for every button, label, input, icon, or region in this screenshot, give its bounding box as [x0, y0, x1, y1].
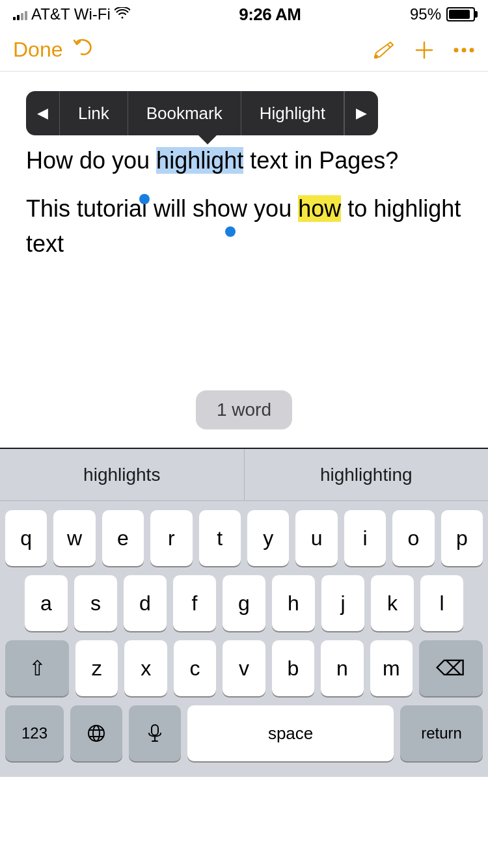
- selection-handle-bottom[interactable]: [225, 226, 236, 237]
- key-numbers[interactable]: 123: [5, 705, 64, 761]
- keyboard-row-2: a s d f g h j k l: [5, 575, 483, 631]
- key-shift[interactable]: ⇧: [5, 640, 69, 696]
- context-menu-right-arrow[interactable]: ▶: [344, 91, 378, 135]
- key-e[interactable]: e: [102, 510, 144, 566]
- key-delete[interactable]: ⌫: [419, 640, 483, 696]
- selection-handle-top[interactable]: [139, 194, 150, 204]
- key-r[interactable]: r: [150, 510, 192, 566]
- key-microphone[interactable]: [129, 705, 181, 761]
- carrier-label: AT&T Wi-Fi: [31, 5, 111, 23]
- svg-point-4: [454, 47, 459, 52]
- divider-line: [0, 448, 488, 449]
- wifi-icon: [115, 6, 130, 23]
- more-button[interactable]: [453, 47, 475, 53]
- keyboard-row-1: q w e r t y u i o p: [5, 510, 483, 566]
- doc-text-line2: This tutorial will show you how to highl…: [0, 191, 488, 262]
- key-f[interactable]: f: [173, 575, 216, 631]
- context-menu: ◀ Link Bookmark Highlight ▶: [26, 91, 378, 135]
- keyboard: q w e r t y u i o p a s d f g h j k l ⇧ …: [0, 501, 488, 777]
- doc-text-after: text in Pages?: [243, 147, 398, 174]
- svg-rect-11: [152, 725, 158, 735]
- key-n[interactable]: n: [321, 640, 363, 696]
- key-space[interactable]: space: [187, 705, 394, 761]
- key-a[interactable]: a: [25, 575, 68, 631]
- key-t[interactable]: t: [199, 510, 241, 566]
- key-u[interactable]: u: [295, 510, 337, 566]
- autocorrect-item-1[interactable]: highlights: [0, 449, 245, 500]
- key-z[interactable]: z: [75, 640, 118, 696]
- battery-icon: [446, 7, 475, 21]
- key-q[interactable]: q: [5, 510, 47, 566]
- autocorrect-bar: highlights highlighting: [0, 449, 488, 501]
- done-button[interactable]: Done: [13, 38, 63, 62]
- status-time: 9:26 AM: [239, 5, 301, 25]
- key-p[interactable]: p: [441, 510, 483, 566]
- document-area: ◀ Link Bookmark Highlight ▶ How do you h…: [0, 72, 488, 449]
- svg-point-8: [93, 726, 100, 741]
- key-v[interactable]: v: [223, 640, 265, 696]
- key-c[interactable]: c: [174, 640, 216, 696]
- key-return[interactable]: return: [400, 705, 483, 761]
- key-g[interactable]: g: [223, 575, 265, 631]
- context-menu-left-arrow[interactable]: ◀: [26, 91, 60, 135]
- key-globe[interactable]: [70, 705, 122, 761]
- svg-point-5: [462, 47, 467, 52]
- context-menu-link[interactable]: Link: [60, 91, 128, 135]
- key-d[interactable]: d: [124, 575, 167, 631]
- signal-bars-icon: [13, 8, 27, 20]
- keyboard-row-3: ⇧ z x c v b n m ⌫: [5, 640, 483, 696]
- svg-point-7: [88, 726, 104, 741]
- status-left: AT&T Wi-Fi: [13, 5, 130, 23]
- key-x[interactable]: x: [124, 640, 167, 696]
- add-button[interactable]: [415, 41, 433, 59]
- autocorrect-item-2[interactable]: highlighting: [245, 449, 489, 500]
- key-l[interactable]: l: [420, 575, 463, 631]
- doc-text2-highlighted: how: [298, 195, 341, 222]
- doc-text2-before: This tutorial will show you: [26, 195, 298, 222]
- keyboard-row-4: 123 space return: [5, 705, 483, 761]
- battery-percent: 95%: [410, 5, 441, 23]
- doc-text-selected: highlight: [156, 147, 243, 174]
- pencil-tool-button[interactable]: [372, 40, 396, 61]
- word-count-badge: 1 word: [196, 390, 292, 429]
- undo-button[interactable]: [71, 38, 93, 62]
- key-j[interactable]: j: [321, 575, 364, 631]
- nav-left: Done: [13, 38, 93, 62]
- key-k[interactable]: k: [371, 575, 414, 631]
- status-bar: AT&T Wi-Fi 9:26 AM 95%: [0, 0, 488, 29]
- context-menu-bookmark[interactable]: Bookmark: [128, 91, 241, 135]
- key-h[interactable]: h: [272, 575, 315, 631]
- doc-text-line1: How do you highlight text in Pages?: [0, 143, 488, 178]
- doc-text-before: How do you: [26, 147, 156, 174]
- context-menu-arrow: [198, 135, 217, 144]
- nav-right: [372, 40, 475, 61]
- context-menu-highlight[interactable]: Highlight: [241, 91, 344, 135]
- key-s[interactable]: s: [74, 575, 117, 631]
- key-m[interactable]: m: [370, 640, 413, 696]
- key-y[interactable]: y: [247, 510, 289, 566]
- key-o[interactable]: o: [392, 510, 434, 566]
- svg-point-6: [470, 47, 474, 52]
- key-w[interactable]: w: [53, 510, 95, 566]
- key-i[interactable]: i: [344, 510, 386, 566]
- status-right: 95%: [410, 5, 475, 23]
- key-b[interactable]: b: [272, 640, 314, 696]
- nav-bar: Done: [0, 29, 488, 72]
